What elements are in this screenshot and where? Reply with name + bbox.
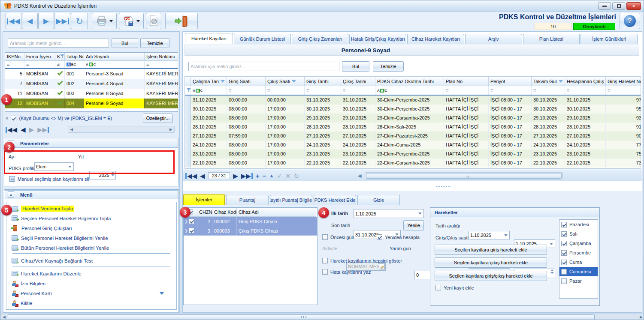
day-item-pazar[interactable]: Pazar [559,276,598,286]
menu-item-personel-giri-k-lar[interactable]: Personel Giriş Çıkışları [12,225,72,231]
exit-button[interactable] [165,13,198,29]
recalculate-checkbox[interactable]: Yeniden hesapla [377,234,420,240]
next-record-button[interactable]: ▶ [38,13,54,29]
pager-previous-button[interactable]: ◀ [21,126,26,133]
record-row[interactable]: 30.10.202508:00:0017:00:0030.10.202530.1… [185,105,641,114]
column-header-takvim-g-n[interactable]: Takvim Günü [532,77,565,86]
filter-cell[interactable]: ABC [65,61,84,68]
help-button[interactable]: ? [620,13,640,29]
first-record-button[interactable]: ◀◀ [6,13,21,29]
customize-filter-button[interactable]: Özelleştir... [143,114,173,123]
day-item-sal[interactable]: Salı [559,229,598,239]
tab-kay-tl-puantaj-bilgileri[interactable]: Kayıtlı Puantaj Bilgileri [270,195,312,205]
record-row[interactable]: 28.10.202508:00:0017:00:0028.10.202528.1… [185,123,641,132]
row-indicator[interactable] [185,114,191,123]
append-row-button[interactable]: + [256,173,260,179]
filter-cell[interactable]: = [444,86,489,95]
personnel-clear-button[interactable]: Temizle [140,38,169,48]
column-header-firma-i-yeri[interactable]: Firma İşyeri [24,53,55,61]
row-expander-icon[interactable]: ❯ [184,229,189,233]
device-checkbox[interactable] [189,228,194,233]
column-header-al-ma-tarihi[interactable]: Çalışma Tarihi [191,77,227,86]
device-row[interactable]: ❯3000003Çıkış PDKS Cihazı [184,226,317,236]
add-entry-exit-movement-button[interactable]: Seçilen kayıtlara giriş/çıkış hareketi e… [435,271,547,281]
row-indicator[interactable] [185,159,191,167]
column-header-k-saati[interactable]: Çıkış Saati [266,77,305,86]
filter-cell[interactable]: = [341,86,375,95]
day-checkbox[interactable] [561,269,567,275]
filter-cell[interactable]: = [5,61,24,68]
menu-item-kilitle[interactable]: Kilitle [12,300,32,306]
tab-pdks-hareket-ekle[interactable]: PDKS Hareket Ekle [314,195,356,205]
personnel-grid-hscrollbar[interactable]: ◀▶ [68,126,175,133]
day-item-ar-amba[interactable]: Çarşamba [559,239,598,248]
filter-type-icon[interactable]: = [146,62,149,67]
scroll-right-icon[interactable]: ▶ [640,315,643,319]
write-errors-checkbox[interactable]: Hata kayıtlarını yaz [322,269,371,275]
filter-type-icon[interactable]: ≠ [57,62,60,67]
export-pdf-button[interactable]: PDF [119,13,144,29]
column-header-ikpno[interactable]: IKPNo [5,53,24,61]
menu-header[interactable]: ▲ Menü [5,190,178,199]
print-preview-button[interactable] [146,13,161,29]
filter-cell[interactable]: = [532,86,565,95]
filter-cell[interactable]: = [227,86,266,95]
add-entry-movement-button[interactable]: Seçilen kayıtlara giriş hareketi ekle [435,245,547,255]
records-clear-button[interactable]: Temizle [373,61,404,72]
column-header-periyot[interactable]: Periyot [489,77,532,86]
menu-scroll-down-icon[interactable] [160,292,164,295]
new-record-checkbox[interactable]: Yeni kayıt ekle [435,285,474,290]
tab-cihaz-hareket-kay-tlar[interactable]: Cihaz Hareket Kayıtları [407,34,464,44]
record-row[interactable]: 31.10.202500:00:0000:00:0031.10.202531.1… [185,96,641,105]
device-checkbox[interactable] [189,218,194,224]
parameters-header[interactable]: ▲ Parametreler [5,139,178,148]
menu-item-personel-kart[interactable]: Personel Kartı [12,290,52,296]
column-header-giri-saati[interactable]: Giriş Saati [227,77,266,86]
filter-cell[interactable]: ABC [191,86,227,95]
record-row[interactable]: 23.10.202508:00:0017:00:0023.10.202523.1… [185,150,641,159]
filter-enabled-checkbox[interactable] [11,116,16,121]
previous-day-checkbox[interactable]: Önceki gün [322,234,354,240]
filter-type-icon[interactable]: ABC [67,63,76,66]
spinner-arrows-icon[interactable] [111,172,115,176]
column-header-cihaz-kodu[interactable]: Cihaz Kodu [212,208,237,217]
menu-item-hareket-kay-tlar-n-d-zenle[interactable]: Hareket Kayıtlarını Düzenle [12,271,82,276]
tab-hatal-giri-k-kay-tlar[interactable]: Hatalı Giriş/Çıkış Kayıtları [349,34,406,44]
tab-ar-iv[interactable]: Arşiv [465,34,522,44]
record-row[interactable]: 22.10.202508:00:0017:00:0022.10.202522.1… [185,159,641,167]
delete-row-button[interactable]: − [263,173,266,179]
delete-manual-plans-item[interactable]: Manuel seçilmiş plan kayıtlarını sil [9,176,89,182]
filter-type-icon[interactable]: = [7,62,9,67]
record-row[interactable]: 24.10.202508:00:0017:00:0024.10.202524.1… [185,141,641,150]
pager-next-button[interactable]: ▶ [233,173,238,179]
tab-i-lemler[interactable]: İşlemler [183,194,225,205]
cancel-edit-button[interactable]: ✕ [285,173,291,179]
scroll-left-icon[interactable]: ◀ [3,315,6,319]
menu-item-hareket-verilerini-topla[interactable]: Hareket Verilerini Topla [12,206,74,212]
filter-cell[interactable]: = [606,86,641,95]
day-checkbox[interactable] [561,260,567,265]
device-select-cell[interactable]: ❯ [184,226,197,236]
row-indicator[interactable] [185,132,191,141]
filter-type-icon[interactable]: = [567,88,569,93]
pager-previous-button[interactable]: ◀ [200,173,205,179]
device-row[interactable]: ❯2000002Giriş PDKS Cihazı [184,217,317,226]
pager-first-button[interactable]: ◀◀ [6,126,17,133]
row-indicator[interactable] [185,141,191,150]
row-indicator[interactable] [185,105,191,114]
tab-giri-k-zamanlar[interactable]: Giriş Çıkış Zamanları [292,34,349,44]
filter-type-icon[interactable]: = [343,88,345,93]
menu-item-se-ili-personel-hareket-bilgilerini-yenile[interactable]: Seçili Personel Hareket Bilgilerini Yeni… [12,235,108,241]
day-checkbox[interactable] [561,241,567,246]
minimize-button[interactable] [598,2,611,10]
tab-i-lem-g-nl-kleri[interactable]: İşlem Günlükleri [581,34,638,44]
post-edit-button[interactable]: ✓ [277,173,282,179]
refresh-data-button[interactable]: ↻ [293,173,299,179]
day-checkbox[interactable] [561,278,567,284]
menu-item-cihaz-veri-kayna-ba-lant-test[interactable]: Cihaz/Veri Kaynağı Bağlantı Test [12,258,93,263]
filter-type-icon[interactable]: = [608,88,610,93]
print-button[interactable] [92,13,117,29]
filter-type-icon[interactable]: ABC [193,89,203,93]
maximize-button[interactable] [612,2,625,10]
filter-type-icon[interactable]: ABC [377,89,387,93]
